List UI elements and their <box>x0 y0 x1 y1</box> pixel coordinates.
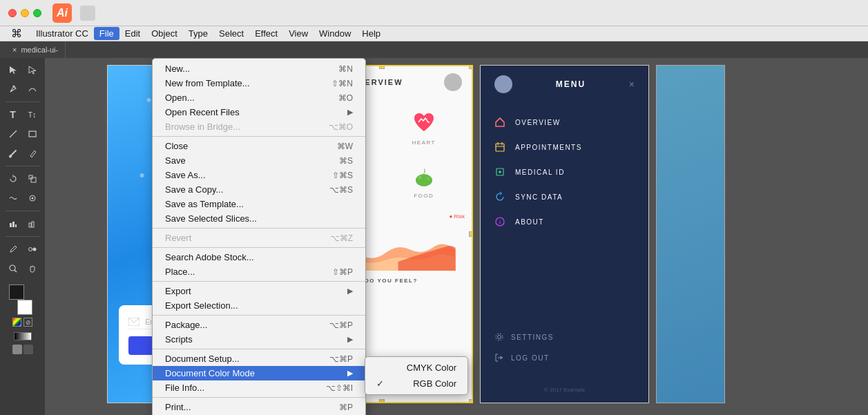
column-graph-tool[interactable] <box>4 215 22 233</box>
menu-item-export[interactable]: Export ▶ <box>153 284 365 298</box>
overview-avatar <box>444 73 462 91</box>
logout-label: LOG OUT <box>511 354 550 362</box>
svg-rect-2 <box>29 131 36 137</box>
menu-item-package[interactable]: Package... ⌥⌘P <box>153 318 365 332</box>
menu-help[interactable]: Help <box>356 27 386 40</box>
foreground-color-box[interactable] <box>9 284 24 300</box>
menu-item-print[interactable]: Print... ⌘P <box>153 400 365 414</box>
food-label: FOOD <box>414 193 434 199</box>
menu-item-close[interactable]: Close ⌘W <box>153 139 365 153</box>
menu-file[interactable]: File <box>94 27 119 40</box>
tab-medical-ui[interactable]: × medical-ui- <box>6 41 66 58</box>
tool-separator-4 <box>6 236 40 237</box>
menu-item-export-selection[interactable]: Export Selection... <box>153 298 365 313</box>
menu-item-file-info[interactable]: File Info... ⌥⇧⌘I <box>153 380 365 395</box>
warp-tool[interactable] <box>4 189 22 207</box>
pen-tool[interactable] <box>4 80 22 98</box>
close-button[interactable] <box>8 9 17 17</box>
background-color-box[interactable] <box>17 300 32 315</box>
nav-item-overview[interactable]: OVERVIEW <box>481 110 648 135</box>
menu-item-save-as[interactable]: Save As... ⇧⌘S <box>153 168 365 182</box>
food-icon <box>410 162 438 190</box>
hand-tool[interactable] <box>23 260 41 278</box>
menu-item-search-stock[interactable]: Search Adobe Stock... <box>153 250 365 264</box>
gradient-swatch[interactable] <box>12 318 21 327</box>
titlebar: Ai <box>0 0 868 26</box>
nav-item-appointments[interactable]: APPOINTMENTS <box>481 135 648 160</box>
settings-icon <box>494 332 504 342</box>
nav-item-medicalid[interactable]: MEDICAL ID <box>481 160 648 184</box>
nav-item-syncdata[interactable]: SYNC DATA <box>481 184 648 209</box>
menu-item-rgb[interactable]: ✓ RGB Color <box>365 376 467 392</box>
menu-illustrator-cc[interactable]: Illustrator CC <box>30 27 94 40</box>
blend-tool[interactable] <box>23 240 41 258</box>
screen-mode[interactable] <box>23 345 33 354</box>
menu-item-save-template[interactable]: Save as Template... <box>153 197 365 211</box>
toolbar-left: T T↕ <box>0 58 45 415</box>
menu-object[interactable]: Object <box>146 27 183 40</box>
rect-tool[interactable] <box>23 125 41 143</box>
gradient-bar[interactable] <box>14 332 32 340</box>
maximize-button[interactable] <box>33 9 41 17</box>
menu-item-place[interactable]: Place... ⇧⌘P <box>153 264 365 279</box>
svg-text:i: i <box>499 219 501 226</box>
svg-point-16 <box>10 265 15 271</box>
nav-item-about[interactable]: i ABOUT <box>481 209 648 234</box>
close-x-icon[interactable]: × <box>629 79 635 90</box>
separator-1 <box>153 136 365 137</box>
pencil-tool[interactable] <box>23 144 41 162</box>
zoom-tool[interactable] <box>4 260 22 278</box>
menu-item-save-copy[interactable]: Save a Copy... ⌥⌘S <box>153 182 365 197</box>
about-nav-icon: i <box>494 216 505 227</box>
none-swatch[interactable]: ⊘ <box>23 318 32 327</box>
rotate-tool[interactable] <box>4 170 22 188</box>
view-toggle[interactable] <box>12 345 22 354</box>
menu-type[interactable]: Type <box>183 27 213 40</box>
direct-select-tool[interactable] <box>23 61 41 79</box>
menu-item-new[interactable]: New... ⌘N <box>153 61 365 76</box>
tab-close-icon[interactable]: × <box>12 46 17 54</box>
menu-item-save[interactable]: Save ⌘S <box>153 153 365 168</box>
menu-effect[interactable]: Effect <box>249 27 283 40</box>
tool-separator-2 <box>6 166 40 166</box>
menu-header: MENU × <box>481 66 648 103</box>
scale-tool[interactable] <box>23 170 41 188</box>
svg-point-57 <box>496 334 503 340</box>
overview-item-food[interactable]: FOOD <box>382 154 467 207</box>
line-tool[interactable] <box>4 125 22 143</box>
menu-view[interactable]: View <box>283 27 314 40</box>
symbol-tool[interactable] <box>23 189 41 207</box>
overview-item-heart[interactable]: HEART <box>382 101 467 154</box>
footer-logout[interactable]: LOG OUT <box>494 347 635 368</box>
curvature-tool[interactable] <box>23 80 41 98</box>
eyedropper-tool[interactable] <box>4 240 22 258</box>
menu-item-color-mode[interactable]: Document Color Mode ▶ <box>153 366 365 380</box>
select-tool[interactable] <box>4 61 22 79</box>
footer-settings[interactable]: SETTINGS <box>494 327 635 347</box>
menu-item-open[interactable]: Open... ⌘O <box>153 90 365 105</box>
menu-item-scripts[interactable]: Scripts ▶ <box>153 332 365 347</box>
menu-item-document-setup[interactable]: Document Setup... ⌥⌘P <box>153 351 365 366</box>
menu-item-save-slices[interactable]: Save Selected Slices... <box>153 211 365 226</box>
appointments-nav-icon <box>494 142 505 153</box>
menu-avatar <box>494 75 512 93</box>
artboard-4 <box>656 65 725 403</box>
minimize-button[interactable] <box>21 9 29 17</box>
touch-text-tool[interactable]: T↕ <box>23 106 41 124</box>
apple-menu[interactable]: ⌘ <box>6 26 28 41</box>
text-tool[interactable]: T <box>4 106 22 124</box>
menu-item-cmyk[interactable]: CMYK Color <box>365 360 467 376</box>
separator-6 <box>153 349 365 349</box>
menu-item-open-recent[interactable]: Open Recent Files ▶ <box>153 105 365 119</box>
menu-edit[interactable]: Edit <box>119 27 146 40</box>
file-menu-dropdown: New... ⌘N New from Template... ⇧⌘N Open.… <box>152 58 366 415</box>
svg-rect-12 <box>32 222 34 227</box>
menu-window[interactable]: Window <box>314 27 356 40</box>
svg-point-7 <box>31 197 33 200</box>
menu-item-new-template[interactable]: New from Template... ⇧⌘N <box>153 76 365 90</box>
svg-point-13 <box>28 248 32 251</box>
extra-tool[interactable] <box>23 215 41 233</box>
svg-rect-47 <box>496 144 504 151</box>
paintbrush-tool[interactable] <box>4 144 22 162</box>
menu-select[interactable]: Select <box>213 27 249 40</box>
